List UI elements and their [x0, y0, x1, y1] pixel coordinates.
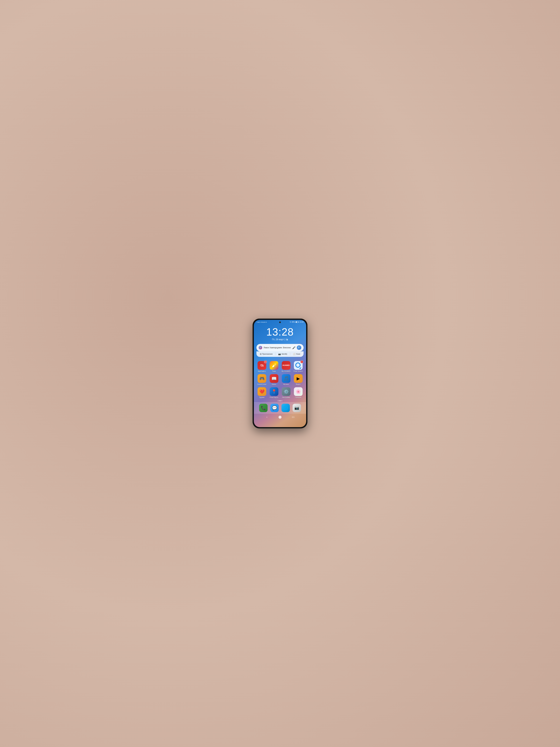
app-health[interactable]: ❤️ Здраве: [257, 387, 267, 398]
settings-label: Настройки: [282, 396, 290, 398]
shortcut-identify[interactable]: 📷 Identify: [278, 353, 287, 355]
dot-2: [279, 400, 281, 401]
app-music[interactable]: 🎵 Музика: [281, 374, 291, 385]
phone-screen: Само спешни в N 49% 13:28 13:28 Пт, 29 м…: [254, 320, 306, 427]
app-settings[interactable]: ⚙️ Настройки: [281, 387, 291, 398]
apps-grid-icon: ⊞: [260, 353, 262, 355]
status-time: 13:28: [299, 321, 303, 323]
dot-1: [278, 400, 279, 401]
music-label: Музика: [284, 384, 289, 385]
petalsearch-label: Petal Search: [294, 370, 303, 372]
appgallery-label: AppGallery: [258, 370, 266, 372]
app-gallery[interactable]: 🌸 Галерия: [293, 387, 303, 398]
nav-back[interactable]: ‹: [265, 415, 269, 419]
maps-icon: 📍: [270, 387, 278, 396]
battery-percent: 49%: [292, 321, 295, 323]
app-maps[interactable]: 📍 Petal Карти: [269, 387, 279, 398]
nav-recents[interactable]: ▭: [291, 415, 295, 419]
app-video[interactable]: ▶ Видео: [293, 374, 303, 385]
dock-browser[interactable]: 🌐: [282, 404, 290, 412]
petal-search-logo: 🔍: [259, 346, 262, 350]
settings-icon: ⚙️: [282, 387, 291, 396]
search-input-text[interactable]: Левон Хампарцумян: Внесени: [264, 346, 291, 349]
appgallery-icon: 🛍 23: [258, 361, 266, 370]
app-books[interactable]: 📖 Книги: [269, 374, 279, 385]
gamecenter-label: GameCenter: [257, 384, 266, 385]
dock-messages[interactable]: 💬: [270, 404, 279, 412]
health-label: Здраве: [259, 396, 265, 398]
dot-3: [281, 400, 282, 401]
themes-label: Теми: [272, 370, 276, 372]
nav-bar: ‹ ⬤ ▭: [254, 414, 306, 420]
shortcut-scan[interactable]: ⬜ Scan: [293, 353, 300, 355]
scan-icon: ⬜: [293, 353, 295, 355]
status-left-text: Само спешни в: [257, 321, 267, 323]
shortcut-apps-label: Приложения: [262, 353, 272, 355]
search-area[interactable]: 🔍 Левон Хампарцумян: Внесени 🎤 🔍: [257, 344, 303, 351]
page-dots: [254, 400, 306, 402]
app-appgallery[interactable]: 🛍 23 AppGallery: [257, 361, 267, 372]
microphone-icon[interactable]: 🎤: [292, 346, 295, 349]
petalsearch-badge: 1: [300, 360, 303, 363]
app-grid: 🛍 23 AppGallery 🖌 Теми HUAWEI My HUAWEI: [254, 359, 306, 400]
nav-home[interactable]: ⬤: [278, 415, 282, 419]
search-bar[interactable]: 🔍 Левон Хампарцумян: Внесени 🎤 🔍: [257, 344, 303, 351]
status-bar: Само спешни в N 49% 13:28: [254, 320, 306, 324]
myhuawei-icon: HUAWEI: [282, 361, 291, 370]
phone-device: Само спешни в N 49% 13:28 13:28 Пт, 29 м…: [252, 318, 308, 429]
app-themes[interactable]: 🖌 Теми: [269, 361, 279, 372]
dock-phone[interactable]: 📞: [259, 404, 268, 412]
clock-time: 13:28: [254, 327, 306, 337]
gamecenter-icon: 🎮: [258, 374, 266, 383]
clock-area: 13:28 Пт, 29 март | 🌤: [254, 324, 306, 342]
dock-camera[interactable]: 📷: [293, 404, 301, 412]
divider2: [290, 353, 290, 355]
app-petalsearch[interactable]: 1 Petal Search: [293, 361, 303, 372]
video-icon: ▶: [294, 374, 302, 383]
shortcut-apps[interactable]: ⊞ Приложения: [260, 353, 272, 355]
video-label: Видео: [296, 384, 300, 385]
shortcut-identify-label: Identify: [282, 353, 287, 355]
app-myhuawei[interactable]: HUAWEI My HUAWEI: [281, 361, 291, 372]
identify-icon: 📷: [278, 353, 281, 355]
gallery-icon: 🌸: [294, 387, 302, 396]
books-label: Книги: [272, 384, 276, 385]
petalsearch-icon: 1: [294, 361, 302, 370]
search-lens-button[interactable]: 🔍: [297, 345, 301, 350]
app-gamecenter[interactable]: 🎮 GameCenter: [257, 374, 267, 385]
myhuawei-label: My HUAWEI: [282, 370, 291, 372]
books-icon: 📖: [270, 374, 278, 383]
dock: 📞 💬 🌐 📷: [254, 402, 306, 414]
health-icon: ❤️: [258, 387, 266, 396]
maps-label: Petal Карти: [270, 396, 278, 398]
themes-icon: 🖌: [270, 361, 278, 370]
battery-icon: [295, 321, 299, 323]
gallery-label: Галерия: [295, 396, 301, 398]
camera-notch: [279, 321, 281, 323]
search-shortcuts: ⊞ Приложения 📷 Identify ⬜ Scan: [257, 351, 303, 357]
appgallery-badge: 23: [264, 360, 267, 363]
status-right: N 49% 13:28: [290, 321, 303, 323]
clock-date: Пт, 29 март | 🌤: [254, 338, 306, 341]
music-icon: 🎵: [282, 374, 291, 383]
shortcut-scan-label: Scan: [296, 353, 300, 355]
nfc-icon: N: [290, 321, 291, 323]
